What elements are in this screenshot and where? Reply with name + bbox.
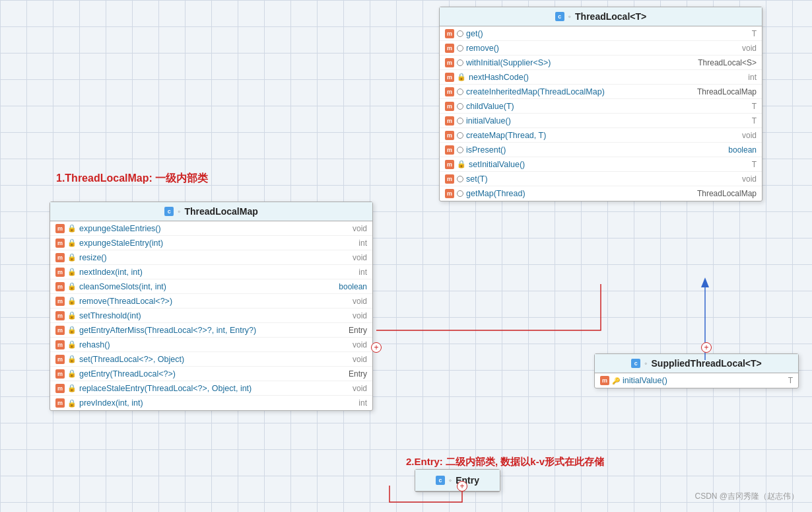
access-lock: 🔒: [67, 355, 77, 363]
tlm-row-10: m 🔒 set(ThreadLocal<?>, Object) void: [50, 352, 372, 367]
access-open: [457, 147, 463, 153]
access-lock: 🔒: [67, 224, 77, 233]
method-icon: m: [445, 145, 454, 155]
access-lock: 🔒: [67, 268, 77, 276]
tlm-row-2: m 🔒 expungeStaleEntry(int) int: [50, 236, 372, 250]
method-label: prevIndex(int, int): [79, 398, 356, 408]
return-type: void: [353, 224, 367, 233]
tlm-row-6: m 🔒 remove(ThreadLocal<?>) void: [50, 294, 372, 309]
tl-row-createMap: m createMap(Thread, T) void: [440, 128, 762, 143]
method-label: getMap(Thread): [466, 189, 694, 198]
return-type: void: [353, 355, 367, 364]
return-type: int: [748, 73, 757, 82]
method-label: cleanSomeSlots(int, int): [79, 282, 336, 291]
tlm-row-7: m 🔒 setThreshold(int) void: [50, 309, 372, 323]
access-open: [457, 30, 463, 37]
method-icon: m: [445, 73, 454, 82]
access-open: [457, 45, 463, 52]
threadlocal-header: c ◦ ThreadLocal<T>: [440, 7, 762, 26]
method-icon: m: [55, 398, 65, 408]
svg-marker-1: [701, 277, 709, 287]
method-icon: m: [55, 369, 65, 379]
supplied-title: SuppliedThreadLocal<T>: [652, 358, 762, 369]
connector-tlmap-right: +: [371, 342, 382, 353]
supplied-header: c ◦ SuppliedThreadLocal<T>: [595, 354, 798, 373]
return-type: void: [353, 384, 367, 393]
method-label: resize(): [79, 253, 350, 262]
method-label: expungeStaleEntries(): [79, 224, 350, 233]
method-label: get(): [466, 29, 749, 38]
access-lock: 🔒: [67, 384, 77, 392]
method-icon: m: [55, 282, 65, 291]
access-circle: [457, 132, 463, 139]
return-type: Entry: [349, 369, 367, 379]
method-label: remove(): [466, 44, 739, 53]
return-type: int: [358, 238, 367, 248]
method-icon: m: [55, 224, 65, 233]
annotation-1: 1.ThreadLocalMap: 一级内部类: [56, 172, 208, 186]
access-lock: 🔒: [67, 297, 77, 305]
class-icon-c: c: [555, 12, 564, 21]
method-label: initialValue(): [623, 376, 786, 385]
return-type: void: [353, 340, 367, 349]
method-icon: m: [600, 376, 609, 385]
method-icon: m: [445, 29, 454, 38]
access-circle: [457, 103, 463, 110]
method-icon: m: [445, 58, 454, 67]
method-icon: m: [445, 44, 454, 53]
tlm-row-11: m 🔒 getEntry(ThreadLocal<?>) Entry: [50, 367, 372, 381]
tlm-row-8: m 🔒 getEntryAfterMiss(ThreadLocal<?>?, i…: [50, 323, 372, 338]
visibility-dot: ◦: [449, 476, 452, 485]
method-label: set(T): [466, 174, 739, 184]
method-label: rehash(): [79, 340, 350, 349]
access-lock: 🔒: [67, 253, 77, 262]
tl-row-childValue: m childValue(T) T: [440, 99, 762, 114]
return-type: void: [353, 297, 367, 306]
return-type: int: [358, 268, 367, 277]
method-label: initialValue(): [466, 116, 749, 126]
class-icon-c: c: [164, 207, 174, 216]
method-label: getEntry(ThreadLocal<?>): [79, 369, 346, 379]
tl-row-withInitial: m withInitial(Supplier<S>) ThreadLocal<S…: [440, 55, 762, 70]
annotation-2: 2.Entry: 二级内部类, 数据以k-v形式在此存储: [406, 456, 604, 468]
method-label: getEntryAfterMiss(ThreadLocal<?>?, int, …: [79, 326, 346, 335]
access-open: [457, 176, 463, 182]
connector-entry-top: +: [457, 481, 467, 492]
access-lock: 🔒: [67, 282, 77, 291]
watermark: CSDN @吉冈秀隆（赵志伟）: [694, 491, 799, 502]
access-lock: 🔒: [67, 369, 77, 378]
method-icon: m: [55, 384, 65, 393]
access-lock: 🔒: [67, 238, 77, 247]
return-type: Entry: [349, 326, 367, 335]
supplied-row-1: m 🔑 initialValue() T: [595, 373, 798, 388]
access-key: 🔑: [612, 377, 620, 384]
access-lock: 🔒: [67, 399, 77, 408]
method-label: childValue(T): [466, 102, 749, 111]
tl-row-getMap: m getMap(Thread) ThreadLocalMap: [440, 186, 762, 201]
tlm-row-4: m 🔒 nextIndex(int, int) int: [50, 265, 372, 279]
access-circle: [457, 190, 463, 197]
tlm-row-3: m 🔒 resize() void: [50, 250, 372, 265]
connector-supplied-left: +: [701, 342, 712, 353]
return-type: T: [752, 160, 757, 169]
return-type: ThreadLocalMap: [697, 87, 757, 96]
return-type: T: [752, 116, 757, 126]
return-type: ThreadLocalMap: [697, 189, 757, 198]
access-lock: 🔒: [67, 326, 77, 334]
method-label: isPresent(): [466, 145, 726, 155]
tl-row-set: m set(T) void: [440, 172, 762, 186]
tl-row-get: m get() T: [440, 26, 762, 41]
method-label: nextIndex(int, int): [79, 268, 356, 277]
method-icon: m: [445, 102, 454, 111]
class-icon-c: c: [436, 476, 445, 485]
method-icon: m: [55, 340, 65, 349]
return-type: void: [742, 174, 757, 184]
tl-row-setInitialValue: m 🔒 setInitialValue() T: [440, 157, 762, 172]
return-type: T: [788, 376, 793, 385]
tl-row-createInherited: m createInheritedMap(ThreadLocalMap) Thr…: [440, 85, 762, 99]
threadlocalmap-box: c ◦ ThreadLocalMap m 🔒 expungeStaleEntri…: [50, 201, 373, 411]
return-type: void: [353, 253, 367, 262]
method-icon: m: [55, 297, 65, 306]
access-lock: 🔒: [67, 340, 77, 349]
method-icon: m: [445, 189, 454, 198]
